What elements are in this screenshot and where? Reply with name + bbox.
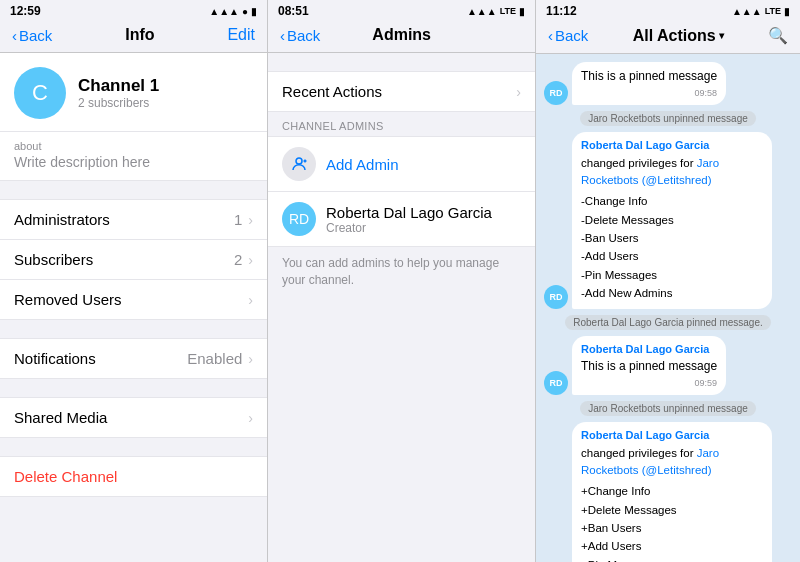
priv2-name: Jaro Rocketbots (@Letitshred): [581, 447, 719, 476]
recent-actions-label: Recent Actions: [282, 83, 382, 100]
search-icon[interactable]: 🔍: [768, 26, 788, 45]
msg-row-pinned: RD This is a pinned message 09:58: [544, 62, 792, 105]
about-label: about: [14, 140, 253, 152]
info-panel: 12:59 ▲▲▲ ● ▮ ‹ Back Info Edit C Channel…: [0, 0, 268, 562]
pinned-text: This is a pinned message: [581, 68, 717, 85]
admin-info: Roberta Dal Lago Garcia Creator: [326, 204, 492, 235]
pinned2-time: 09:59: [581, 377, 717, 390]
back-chevron-icon: ‹: [548, 27, 553, 44]
nav-bar-2: ‹ Back Admins: [268, 20, 535, 53]
time-3: 11:12: [546, 4, 577, 18]
system-msg-1: Jaro Rocketbots unpinned message: [580, 111, 756, 126]
pinned-bubble: This is a pinned message 09:58: [572, 62, 726, 105]
status-icons-1: ▲▲▲ ● ▮: [209, 6, 257, 17]
time-1: 12:59: [10, 4, 41, 18]
priv1-bubble: Roberta Dal Lago Garcia changed privileg…: [572, 132, 772, 308]
msg-row-pinned2: RD Roberta Dal Lago Garcia This is a pin…: [544, 336, 792, 396]
chevron-icon: ›: [248, 252, 253, 268]
dropdown-icon: ▾: [719, 30, 724, 41]
battery-icon: ▮: [784, 6, 790, 17]
chevron-icon: ›: [248, 351, 253, 367]
channel-admins-header: CHANNEL ADMINS: [268, 112, 535, 136]
system-msg-2: Roberta Dal Lago Garcia pinned message.: [565, 315, 771, 330]
subscribers-count: 2: [234, 251, 242, 268]
notifications-row[interactable]: Notifications Enabled ›: [0, 339, 267, 378]
channel-name: Channel 1: [78, 76, 159, 96]
admins-panel: 08:51 ▲▲▲ LTE ▮ ‹ Back Admins Recent Act…: [268, 0, 536, 562]
channel-avatar: C: [14, 67, 66, 119]
admin-help-text: You can add admins to help you manage yo…: [268, 247, 535, 299]
msg-avatar-rd3: RD: [544, 371, 568, 395]
priv1-name: Jaro Rocketbots (@Letitshred): [581, 157, 719, 186]
nav-bar-1: ‹ Back Info Edit: [0, 20, 267, 53]
time-2: 08:51: [278, 4, 309, 18]
channel-info: Channel 1 2 subscribers: [78, 76, 159, 110]
all-actions-panel: 11:12 ▲▲▲ LTE ▮ ‹ Back All Actions ▾ 🔍 R…: [536, 0, 800, 562]
msg-row-priv1: RD Roberta Dal Lago Garcia changed privi…: [544, 132, 792, 308]
msg-avatar-rd2: RD: [544, 285, 568, 309]
all-actions-title: All Actions ▾: [633, 27, 724, 45]
add-admin-icon: [282, 147, 316, 181]
add-admin-label: Add Admin: [326, 156, 399, 173]
about-section: about Write description here: [0, 132, 267, 181]
channel-header: C Channel 1 2 subscribers: [0, 53, 267, 132]
back-button-3[interactable]: ‹ Back: [548, 27, 588, 44]
recent-actions-row[interactable]: Recent Actions ›: [268, 71, 535, 112]
administrators-row[interactable]: Administrators 1 ›: [0, 200, 267, 240]
edit-button[interactable]: Edit: [227, 26, 255, 44]
notifications-section: Notifications Enabled ›: [0, 338, 267, 379]
info-title: Info: [125, 26, 154, 44]
signal-icon: ▲▲▲: [209, 6, 239, 17]
status-bar-3: 11:12 ▲▲▲ LTE ▮: [536, 0, 800, 20]
status-bar-2: 08:51 ▲▲▲ LTE ▮: [268, 0, 535, 20]
svg-point-0: [296, 158, 302, 164]
status-icons-3: ▲▲▲ LTE ▮: [732, 6, 790, 17]
admins-title: Admins: [372, 26, 431, 44]
pinned-time: 09:58: [581, 87, 717, 100]
back-chevron-icon: ‹: [12, 27, 17, 44]
add-admin-row[interactable]: Add Admin: [268, 136, 535, 192]
chevron-icon: ›: [516, 84, 521, 100]
delete-channel-button[interactable]: Delete Channel: [0, 457, 267, 496]
system-msg-3: Jaro Rocketbots unpinned message: [580, 401, 756, 416]
signal-icon: ▲▲▲: [732, 6, 762, 17]
notifications-value: Enabled: [187, 350, 242, 367]
admin-row[interactable]: RD Roberta Dal Lago Garcia Creator: [268, 192, 535, 247]
battery-icon: ▮: [519, 6, 525, 17]
subscribers-row[interactable]: Subscribers 2 ›: [0, 240, 267, 280]
shared-media-section: Shared Media ›: [0, 397, 267, 438]
lte-icon: LTE: [765, 6, 781, 16]
admin-avatar: RD: [282, 202, 316, 236]
settings-list: Administrators 1 › Subscribers 2 › Remov…: [0, 199, 267, 320]
lte-icon: LTE: [500, 6, 516, 16]
pinned2-text: This is a pinned message: [581, 358, 717, 375]
signal-icon: ▲▲▲: [467, 6, 497, 17]
chevron-icon: ›: [248, 292, 253, 308]
priv1-changes: -Change Info-Delete Messages-Ban Users-A…: [581, 192, 763, 302]
msg-avatar-rd: RD: [544, 81, 568, 105]
shared-media-row[interactable]: Shared Media ›: [0, 398, 267, 437]
back-button-2[interactable]: ‹ Back: [280, 27, 320, 44]
admins-count: 1: [234, 211, 242, 228]
chat-area: RD This is a pinned message 09:58 Jaro R…: [536, 54, 800, 562]
priv2-changes: +Change Info+Delete Messages+Ban Users+A…: [581, 482, 763, 562]
msg-row-priv2: RD Roberta Dal Lago Garcia changed privi…: [544, 422, 792, 562]
chevron-icon: ›: [248, 212, 253, 228]
pinned2-bubble: Roberta Dal Lago Garcia This is a pinned…: [572, 336, 726, 396]
channel-subscribers: 2 subscribers: [78, 96, 159, 110]
battery-icon: ▮: [251, 6, 257, 17]
status-icons-2: ▲▲▲ LTE ▮: [467, 6, 525, 17]
status-bar-1: 12:59 ▲▲▲ ● ▮: [0, 0, 267, 20]
wifi-icon: ●: [242, 6, 248, 17]
back-button-1[interactable]: ‹ Back: [12, 27, 52, 44]
delete-section: Delete Channel: [0, 456, 267, 497]
removed-users-row[interactable]: Removed Users ›: [0, 280, 267, 319]
priv2-bubble: Roberta Dal Lago Garcia changed privileg…: [572, 422, 772, 562]
about-text: Write description here: [14, 154, 253, 170]
nav-bar-3: ‹ Back All Actions ▾ 🔍: [536, 20, 800, 54]
chevron-icon: ›: [248, 410, 253, 426]
back-chevron-icon: ‹: [280, 27, 285, 44]
